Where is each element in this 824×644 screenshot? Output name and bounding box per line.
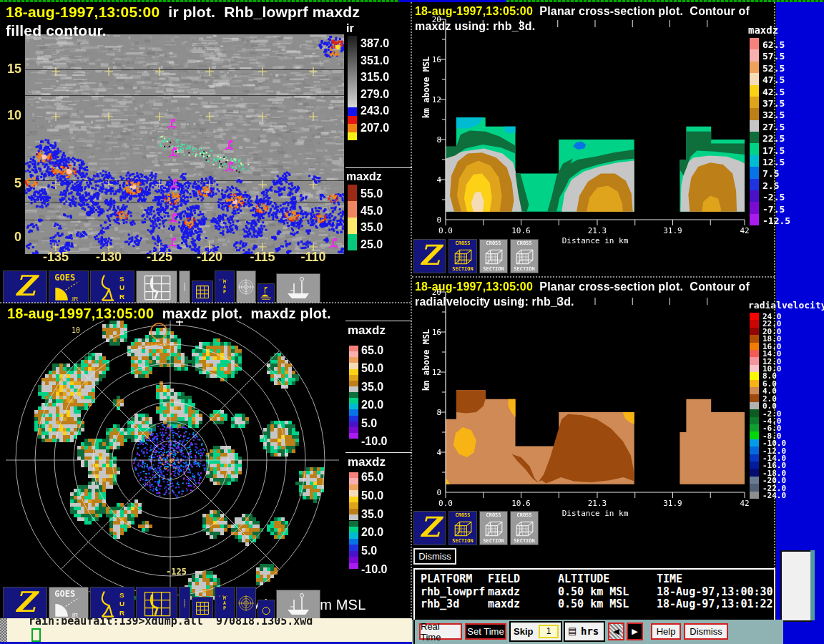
cross-section-button-1[interactable]: CROSSSECTION bbox=[448, 511, 477, 545]
surveillance-dish-glyph: SUR bbox=[91, 271, 134, 303]
zebra-logo-icon[interactable]: Z bbox=[413, 239, 446, 273]
set-time-label: Set Time bbox=[467, 626, 504, 637]
svg-text:U: U bbox=[119, 283, 124, 291]
cube-icon bbox=[514, 519, 534, 539]
zebra-logo-glyph: Z bbox=[4, 271, 46, 303]
colorbar-tick-label: 35.0 bbox=[360, 221, 383, 234]
goes-ir-icon[interactable]: GOES.IR bbox=[49, 270, 89, 303]
colorbar-segment bbox=[750, 365, 759, 372]
grid-icon[interactable] bbox=[192, 597, 213, 620]
scrollbar[interactable] bbox=[780, 550, 812, 622]
cross-section-button-3[interactable]: CROSSSECTION bbox=[510, 239, 539, 273]
ppi-panel-timestamp: 18-aug-1997,13:05:00 bbox=[7, 306, 154, 321]
step-back-button[interactable]: ◀ bbox=[608, 623, 624, 640]
goes-ir-icon[interactable]: GOES.IR bbox=[49, 587, 89, 620]
ship-icon[interactable] bbox=[276, 590, 320, 620]
cross-section-label-top: CROSS bbox=[449, 512, 476, 518]
terminal-cursor bbox=[31, 628, 41, 642]
cross-section-label-top: CROSS bbox=[511, 240, 538, 246]
xs2-panel-title-line2: radialvelocity using: rhb_3d. bbox=[415, 296, 574, 308]
cube-icon bbox=[453, 519, 473, 539]
radar-grid-icon[interactable] bbox=[136, 270, 177, 303]
colorbar-tick-label: 35.0 bbox=[361, 381, 383, 394]
left-arrow-icon: ◀ bbox=[613, 627, 619, 636]
colorbar-tick-label: 243.0 bbox=[360, 104, 389, 117]
grid-icon[interactable] bbox=[192, 280, 213, 303]
colorbar-segment bbox=[750, 73, 759, 84]
goes-ir-glyph: GOES.IR bbox=[49, 587, 88, 619]
cross-section-label-top: CROSS bbox=[480, 240, 507, 246]
x-tick-label: 10.6 bbox=[508, 226, 534, 235]
radar-grid-icon[interactable] bbox=[136, 587, 177, 620]
y-tick-label: 8 bbox=[423, 135, 441, 145]
map-icon[interactable]: MAP bbox=[215, 587, 235, 620]
svg-text:P: P bbox=[223, 605, 226, 611]
buoy-icon[interactable] bbox=[258, 283, 275, 303]
colorbar-segment bbox=[349, 532, 358, 538]
ppi-corner-label: 10 bbox=[72, 326, 80, 334]
set-time-button[interactable]: Set Time bbox=[465, 623, 506, 640]
svg-text:R: R bbox=[119, 293, 124, 301]
colorbar-segment bbox=[750, 372, 759, 379]
step-forward-button[interactable]: ▶ bbox=[627, 623, 643, 640]
cross-section-button-2[interactable]: CROSSSECTION bbox=[479, 511, 508, 545]
colorbar-segment bbox=[750, 38, 759, 49]
cross-section-label-bottom: SECTION bbox=[511, 266, 538, 272]
radar-rings-icon[interactable] bbox=[236, 270, 256, 303]
terminal-window[interactable]: rain:beaufait:139>xdump.all 970818.1305.… bbox=[0, 618, 412, 644]
goes-ir-glyph: GOES.IR bbox=[49, 271, 88, 303]
colorbar-segment bbox=[750, 350, 759, 357]
colorbar-segment bbox=[750, 320, 759, 327]
cross-section-button-2[interactable]: CROSSSECTION bbox=[479, 239, 508, 273]
zebra-logo-icon[interactable]: Z bbox=[3, 587, 47, 620]
colorbar-tick-label: 65.0 bbox=[361, 344, 383, 357]
colorbar-segment bbox=[349, 521, 358, 527]
zebra-logo-icon[interactable]: Z bbox=[3, 270, 47, 303]
status-dismiss-button[interactable]: Dismiss bbox=[413, 548, 456, 565]
zebra-logo-icon[interactable]: Z bbox=[413, 511, 446, 545]
colorbar-tick-label: 25.0 bbox=[360, 238, 383, 251]
bounds-icon[interactable]: BOUNDS bbox=[179, 587, 190, 620]
ir-satellite-image[interactable] bbox=[25, 34, 344, 254]
x-tick-label: 21.3 bbox=[584, 226, 610, 235]
colorbar-segment bbox=[348, 132, 357, 141]
colorbar-segment bbox=[750, 108, 759, 119]
radar-rings-icon[interactable] bbox=[236, 587, 256, 620]
surveillance-dish-icon[interactable]: SUR bbox=[90, 270, 134, 303]
lon-tick-label: -115 bbox=[241, 250, 284, 265]
xs1-panel-title: 18-aug-1997,13:05:00 Planar cross-sectio… bbox=[415, 5, 750, 18]
hrs-group[interactable]: ▤ hrs bbox=[564, 621, 605, 642]
colorbar-segment bbox=[349, 369, 358, 375]
colorbar-tick-label: 35.0 bbox=[361, 508, 383, 521]
cross-section-label-bottom: SECTION bbox=[480, 538, 507, 544]
bounds-icon[interactable]: BOUNDS bbox=[179, 270, 190, 303]
map-icon[interactable]: MAP bbox=[215, 270, 235, 303]
colorbar-segment bbox=[348, 107, 357, 116]
ship-icon[interactable] bbox=[276, 273, 320, 303]
svg-text:U: U bbox=[119, 600, 124, 608]
skip-value-input[interactable]: 1 bbox=[539, 625, 559, 638]
help-button[interactable]: Help bbox=[651, 623, 681, 640]
cross-section-button-1[interactable]: CROSSSECTION bbox=[448, 239, 477, 273]
radar-grid-glyph bbox=[137, 271, 177, 303]
control-dismiss-button[interactable]: Dismiss bbox=[684, 623, 728, 640]
colorbar-segment bbox=[349, 527, 358, 532]
colorbar-xs-radial bbox=[750, 313, 759, 499]
zebra-logo-glyph: Z bbox=[414, 512, 445, 545]
status-table-cell: rhb_lowprf bbox=[421, 585, 485, 598]
colorbar-segment bbox=[750, 49, 759, 61]
surveillance-dish-icon[interactable]: SUR bbox=[90, 587, 134, 620]
cross-section-button-3[interactable]: CROSSSECTION bbox=[510, 511, 539, 545]
colorbar-segment bbox=[349, 497, 358, 502]
colorbar-segment bbox=[349, 386, 358, 392]
scrollbar-track-edge bbox=[810, 550, 815, 620]
radar-ppi-display[interactable] bbox=[6, 321, 339, 600]
y-tick-label: 0 bbox=[423, 488, 441, 497]
colorbar-tick-label: 20.0 bbox=[361, 399, 383, 411]
real-time-button[interactable]: Real Time bbox=[419, 623, 462, 640]
colorbar-segment bbox=[349, 404, 358, 409]
cross-section-label-bottom: SECTION bbox=[449, 538, 476, 544]
cross-section-label-bottom: SECTION bbox=[511, 538, 538, 544]
circle-icon[interactable] bbox=[258, 600, 275, 620]
status-table-header: TIME bbox=[657, 572, 682, 585]
